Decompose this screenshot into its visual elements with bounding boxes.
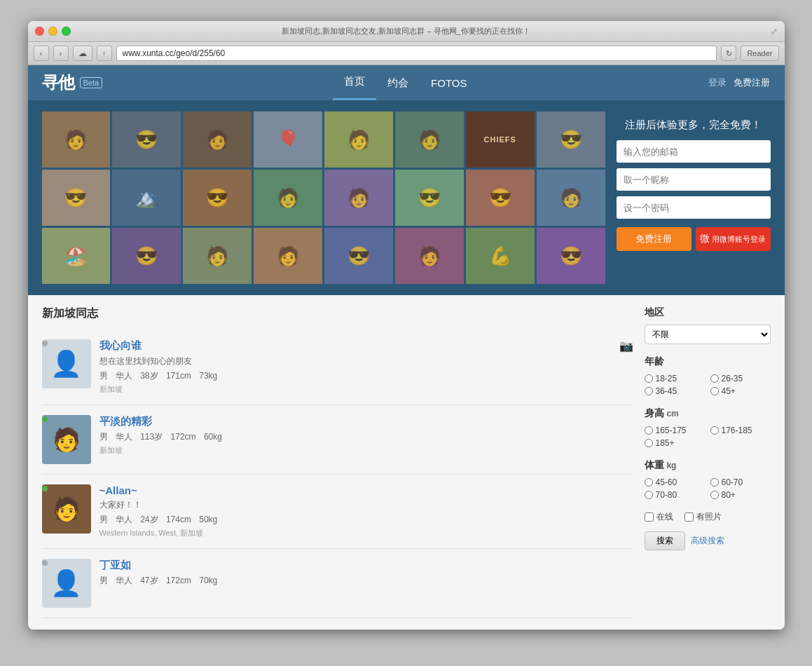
user-name-4[interactable]: 丁亚如 bbox=[99, 559, 633, 572]
email-input[interactable] bbox=[617, 140, 771, 163]
photo-cell-5[interactable]: 🧑 bbox=[324, 111, 393, 168]
weight-option-7080[interactable]: 70-80 bbox=[645, 490, 705, 500]
user-info-4: 丁亚如 男 华人 47岁 172cm 70kg bbox=[99, 559, 633, 589]
photo-cell-17[interactable]: 🏖️ bbox=[42, 228, 111, 284]
height-option-185plus[interactable]: 185+ bbox=[645, 438, 705, 448]
region-label: 地区 bbox=[645, 306, 771, 319]
photo-label: 有照片 bbox=[696, 511, 722, 523]
user-name-2[interactable]: 平淡的精彩 bbox=[99, 415, 633, 428]
nav-fotos[interactable]: FOTOS bbox=[420, 65, 478, 100]
login-link[interactable]: 登录 bbox=[708, 76, 727, 89]
weight-label-4560: 45-60 bbox=[656, 477, 677, 487]
photo-cell-23[interactable]: 💪 bbox=[466, 228, 535, 284]
user-bio-3: 大家好！！ bbox=[99, 499, 633, 511]
age-option-1825[interactable]: 18-25 bbox=[645, 374, 705, 383]
filter-sidebar: 地区 不限 年龄 18-25 26-35 bbox=[645, 306, 771, 618]
share-button[interactable]: ↑ bbox=[97, 46, 112, 61]
user-name-3[interactable]: ~Allan~ bbox=[99, 484, 633, 496]
user-name-1[interactable]: 我心向谁 bbox=[99, 339, 633, 353]
photo-cell-12[interactable]: 🧑 bbox=[254, 170, 322, 226]
user-details-2: 男 华人 113岁 172cm 60kg bbox=[99, 431, 633, 443]
weight-option-6070[interactable]: 60-70 bbox=[710, 477, 771, 487]
free-register-button[interactable]: 免费注册 bbox=[617, 227, 691, 251]
photo-cell-11[interactable]: 😎 bbox=[183, 170, 252, 226]
photo-cell-16[interactable]: 🧑 bbox=[537, 170, 605, 226]
photo-cell-19[interactable]: 🧑 bbox=[183, 228, 252, 284]
user-avatar-4[interactable]: 👤 bbox=[42, 559, 91, 608]
weight-3: 50kg bbox=[199, 515, 217, 524]
register-link[interactable]: 免费注册 bbox=[734, 76, 770, 89]
user-avatar-3[interactable]: 🧑 bbox=[42, 484, 91, 534]
age-label-2635: 26-35 bbox=[722, 374, 743, 383]
age-label-1825: 18-25 bbox=[656, 374, 677, 383]
refresh-button[interactable]: ↻ bbox=[721, 46, 736, 61]
maximize-button[interactable] bbox=[62, 27, 71, 36]
photo-cell-6[interactable]: 🧑 bbox=[395, 111, 464, 168]
advanced-search-link[interactable]: 高级搜索 bbox=[691, 535, 724, 547]
user-bio-1: 想在这里找到知心的朋友 bbox=[99, 355, 633, 367]
age-4: 47岁 bbox=[140, 576, 158, 585]
weight-label-80plus: 80+ bbox=[722, 490, 736, 500]
photo-cell-15[interactable]: 😎 bbox=[466, 170, 535, 226]
photo-cell-24[interactable]: 😎 bbox=[537, 228, 605, 284]
photo-cell-18[interactable]: 😎 bbox=[112, 228, 181, 284]
age-filter: 年龄 18-25 26-35 36-45 bbox=[645, 355, 771, 396]
online-checkbox-label[interactable]: 在线 bbox=[645, 511, 673, 523]
hero-section: 🧑 😎 🧑 🎈 🧑 🧑 CHIEFS 😎 😎 🏔️ 😎 🧑 🧑 😎 😎 🧑 � bbox=[28, 100, 785, 295]
nav-date[interactable]: 约会 bbox=[376, 65, 420, 100]
user-card-4: 👤 丁亚如 男 华人 47岁 172cm 70kg bbox=[42, 549, 633, 618]
height-option-165175[interactable]: 165-175 bbox=[645, 426, 705, 435]
photo-cell-20[interactable]: 🧑 bbox=[254, 228, 322, 284]
weibo-login-button[interactable]: 微 用微博账号登录 bbox=[696, 227, 771, 251]
user-card-3: 🧑 ~Allan~ 大家好！！ 男 华人 24岁 174cm 50kg West… bbox=[42, 475, 633, 549]
password-input[interactable] bbox=[617, 196, 771, 219]
nav-home[interactable]: 首页 bbox=[333, 65, 376, 100]
online-indicator-2 bbox=[42, 416, 48, 422]
photo-cell-3[interactable]: 🧑 bbox=[183, 111, 252, 168]
user-details-3: 男 华人 24岁 174cm 50kg bbox=[99, 514, 633, 526]
search-row: 搜索 高级搜索 bbox=[645, 531, 771, 550]
cloud-button[interactable]: ☁ bbox=[73, 46, 92, 61]
photo-cell-21[interactable]: 😎 bbox=[324, 228, 393, 284]
height-label-185plus: 185+ bbox=[656, 438, 675, 448]
photo-cell-22[interactable]: 🧑 bbox=[395, 228, 464, 284]
user-avatar-2[interactable]: 🧑 bbox=[42, 415, 91, 464]
gender-2: 男 bbox=[99, 432, 108, 442]
minimize-button[interactable] bbox=[48, 27, 57, 36]
photo-cell-10[interactable]: 🏔️ bbox=[112, 170, 181, 226]
height-3: 174cm bbox=[166, 515, 191, 524]
photo-cell-1[interactable]: 🧑 bbox=[42, 111, 111, 168]
weight-option-4560[interactable]: 45-60 bbox=[645, 477, 705, 487]
user-avatar-1[interactable]: 👤 bbox=[42, 339, 91, 388]
age-option-2635[interactable]: 26-35 bbox=[710, 374, 771, 383]
back-button[interactable]: ‹ bbox=[34, 46, 49, 61]
ethnicity-3: 华人 bbox=[116, 515, 132, 524]
forward-button[interactable]: › bbox=[53, 46, 69, 61]
weight-4: 70kg bbox=[199, 576, 217, 585]
site-logo[interactable]: 寻他 bbox=[42, 72, 74, 94]
age-option-3645[interactable]: 36-45 bbox=[645, 386, 705, 396]
photo-checkbox-label[interactable]: 有照片 bbox=[684, 511, 722, 523]
height-option-176185[interactable]: 176-185 bbox=[710, 426, 771, 435]
photo-cell-2[interactable]: 😎 bbox=[112, 111, 181, 168]
nickname-input[interactable] bbox=[617, 168, 771, 191]
photo-cell-8[interactable]: 😎 bbox=[537, 111, 605, 168]
photo-cell-9[interactable]: 😎 bbox=[42, 170, 111, 226]
photo-grid: 🧑 😎 🧑 🎈 🧑 🧑 CHIEFS 😎 😎 🏔️ 😎 🧑 🧑 😎 😎 🧑 � bbox=[42, 111, 605, 284]
close-button[interactable] bbox=[35, 27, 44, 36]
online-checkbox[interactable] bbox=[645, 512, 654, 522]
age-option-45plus[interactable]: 45+ bbox=[710, 386, 771, 396]
avatar-img-3: 🧑 bbox=[42, 484, 91, 534]
url-input[interactable] bbox=[116, 46, 717, 61]
weight-option-80plus[interactable]: 80+ bbox=[710, 490, 771, 500]
expand-icon[interactable]: ⤢ bbox=[771, 27, 778, 36]
photo-cell-13[interactable]: 🧑 bbox=[324, 170, 393, 226]
search-button[interactable]: 搜索 bbox=[645, 531, 685, 550]
region-select[interactable]: 不限 bbox=[645, 325, 771, 344]
photo-cell-chiefs[interactable]: CHIEFS bbox=[466, 111, 535, 168]
photo-cell-14[interactable]: 😎 bbox=[395, 170, 464, 226]
address-bar-area: ‹ › ☁ ↑ ↻ Reader bbox=[28, 42, 785, 65]
reader-button[interactable]: Reader bbox=[741, 46, 778, 61]
photo-checkbox[interactable] bbox=[684, 512, 694, 522]
photo-cell-4[interactable]: 🎈 bbox=[254, 111, 322, 168]
